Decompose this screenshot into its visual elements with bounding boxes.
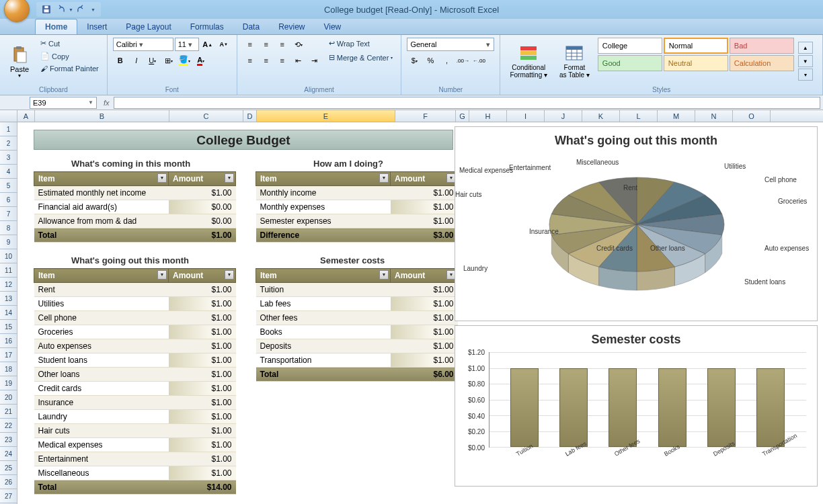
- table-row[interactable]: Allowance from mom & dad$0.00: [34, 214, 236, 228]
- grow-font-button[interactable]: A▲: [200, 38, 215, 51]
- cell-styles-gallery[interactable]: CollegeNormalBadGoodNeutralCalculation: [598, 38, 794, 85]
- table-header[interactable]: Item▼: [34, 172, 169, 186]
- row-header-26[interactable]: 26: [0, 475, 17, 489]
- row-header-24[interactable]: 24: [0, 447, 17, 461]
- row-header-7[interactable]: 7: [0, 207, 17, 221]
- select-all-corner[interactable]: [0, 110, 17, 122]
- row-header-18[interactable]: 18: [0, 362, 17, 376]
- table-row[interactable]: Utilities$1.00: [34, 297, 236, 311]
- table-row[interactable]: Medical expenses$1.00: [34, 438, 236, 452]
- align-right-button[interactable]: ≡: [275, 54, 290, 67]
- table-row[interactable]: Other loans$1.00: [34, 368, 236, 382]
- row-header-9[interactable]: 9: [0, 235, 17, 249]
- tab-insert[interactable]: Insert: [77, 19, 116, 34]
- align-top-button[interactable]: ≡: [243, 38, 258, 51]
- style-cell-calculation[interactable]: Calculation: [730, 55, 794, 71]
- col-header-O[interactable]: O: [733, 110, 771, 122]
- table-row[interactable]: Rent$1.00: [34, 283, 236, 297]
- name-box[interactable]: E39▼: [30, 97, 97, 109]
- table-row[interactable]: Lab fees$1.00: [256, 297, 458, 311]
- align-middle-button[interactable]: ≡: [259, 38, 274, 51]
- row-header-17[interactable]: 17: [0, 348, 17, 362]
- row-header-6[interactable]: 6: [0, 193, 17, 207]
- bold-button[interactable]: B: [113, 54, 128, 67]
- styles-more[interactable]: ▾: [798, 69, 813, 81]
- sheet-content[interactable]: College Budget What's coming in this mon…: [17, 122, 823, 504]
- col-header-D[interactable]: D: [243, 110, 257, 122]
- table-row[interactable]: Entertainment$1.00: [34, 452, 236, 466]
- table-row[interactable]: Other fees$1.00: [256, 311, 458, 325]
- col-header-J[interactable]: J: [545, 110, 582, 122]
- col-header-N[interactable]: N: [695, 110, 733, 122]
- col-header-L[interactable]: L: [620, 110, 658, 122]
- row-header-25[interactable]: 25: [0, 461, 17, 475]
- table-row[interactable]: Cell phone$1.00: [34, 311, 236, 325]
- percent-button[interactable]: %: [423, 54, 438, 67]
- format-as-table-button[interactable]: Formatas Table ▾: [555, 38, 594, 85]
- save-icon[interactable]: [42, 5, 51, 14]
- font-face-combo[interactable]: Calibri▾: [113, 38, 173, 51]
- number-format-combo[interactable]: General▾: [407, 38, 494, 51]
- col-header-E[interactable]: E: [257, 110, 395, 122]
- row-header-22[interactable]: 22: [0, 419, 17, 433]
- filter-icon[interactable]: ▼: [379, 173, 389, 183]
- conditional-formatting-button[interactable]: ConditionalFormatting ▾: [506, 38, 551, 85]
- qat-customize-icon[interactable]: ▼: [91, 7, 95, 12]
- tab-review[interactable]: Review: [269, 19, 314, 34]
- table-header[interactable]: Amount▼: [391, 269, 458, 283]
- wrap-text-button[interactable]: ↩Wrap Text: [326, 38, 396, 49]
- row-header-11[interactable]: 11: [0, 263, 17, 278]
- increase-decimal-button[interactable]: .00→: [455, 54, 470, 67]
- font-size-combo[interactable]: 11▾: [175, 38, 199, 51]
- style-cell-college[interactable]: College: [598, 38, 662, 54]
- tab-data[interactable]: Data: [233, 19, 269, 34]
- italic-button[interactable]: I: [129, 54, 144, 67]
- col-header-C[interactable]: C: [169, 110, 243, 122]
- redo-icon[interactable]: [77, 5, 87, 14]
- tab-formulas[interactable]: Formulas: [181, 19, 233, 34]
- table-header[interactable]: Item▼: [256, 269, 391, 283]
- table-header[interactable]: Amount▼: [169, 172, 236, 186]
- col-header-K[interactable]: K: [582, 110, 620, 122]
- style-cell-neutral[interactable]: Neutral: [664, 55, 728, 71]
- table-row[interactable]: Credit cards$1.00: [34, 382, 236, 396]
- format-painter-button[interactable]: 🖌Format Painter: [38, 63, 102, 74]
- table-row[interactable]: Financial aid award(s)$0.00: [34, 200, 236, 214]
- filter-icon[interactable]: ▼: [379, 270, 389, 280]
- copy-button[interactable]: 📄Copy: [38, 50, 102, 62]
- currency-button[interactable]: $▾: [407, 54, 422, 67]
- table-row[interactable]: Tuition$1.00: [256, 283, 458, 297]
- income-table[interactable]: Item▼Amount▼Estimated monthly net income…: [34, 171, 236, 243]
- table-row[interactable]: Insurance$1.00: [34, 396, 236, 410]
- doing-table[interactable]: Item▼Amount▼Monthly income$1.00Monthly e…: [256, 171, 458, 243]
- font-color-button[interactable]: A▾: [194, 54, 208, 67]
- col-header-M[interactable]: M: [658, 110, 695, 122]
- col-header-A[interactable]: A: [17, 110, 35, 122]
- table-row[interactable]: Estimated monthly net income$1.00: [34, 186, 236, 200]
- filter-icon[interactable]: ▼: [225, 173, 234, 183]
- styles-scroll-down[interactable]: ▼: [798, 55, 813, 67]
- style-cell-bad[interactable]: Bad: [730, 38, 794, 54]
- col-header-I[interactable]: I: [507, 110, 545, 122]
- bar-chart[interactable]: Semester costs $0.00$0.20$0.40$0.60$0.80…: [455, 325, 818, 487]
- table-row[interactable]: Groceries$1.00: [34, 325, 236, 339]
- fx-icon[interactable]: fx: [104, 99, 110, 107]
- fill-color-button[interactable]: 🪣▾: [178, 54, 192, 67]
- row-header-12[interactable]: 12: [0, 278, 17, 292]
- shrink-font-button[interactable]: A▼: [217, 38, 231, 51]
- formula-input[interactable]: [114, 97, 820, 109]
- table-row[interactable]: Miscellaneous$1.00: [34, 466, 236, 480]
- filter-icon[interactable]: ▼: [157, 270, 167, 280]
- row-header-14[interactable]: 14: [0, 306, 17, 320]
- style-cell-normal[interactable]: Normal: [664, 38, 728, 54]
- undo-dropdown-icon[interactable]: ▼: [69, 7, 73, 12]
- row-header-8[interactable]: 8: [0, 221, 17, 235]
- tab-page-layout[interactable]: Page Layout: [116, 19, 180, 34]
- align-bottom-button[interactable]: ≡: [275, 38, 290, 51]
- row-header-21[interactable]: 21: [0, 405, 17, 419]
- row-header-20[interactable]: 20: [0, 390, 17, 405]
- row-header-19[interactable]: 19: [0, 376, 17, 390]
- table-header[interactable]: Item▼: [256, 172, 391, 186]
- row-header-2[interactable]: 2: [0, 136, 17, 151]
- increase-indent-button[interactable]: ⇥: [307, 54, 322, 67]
